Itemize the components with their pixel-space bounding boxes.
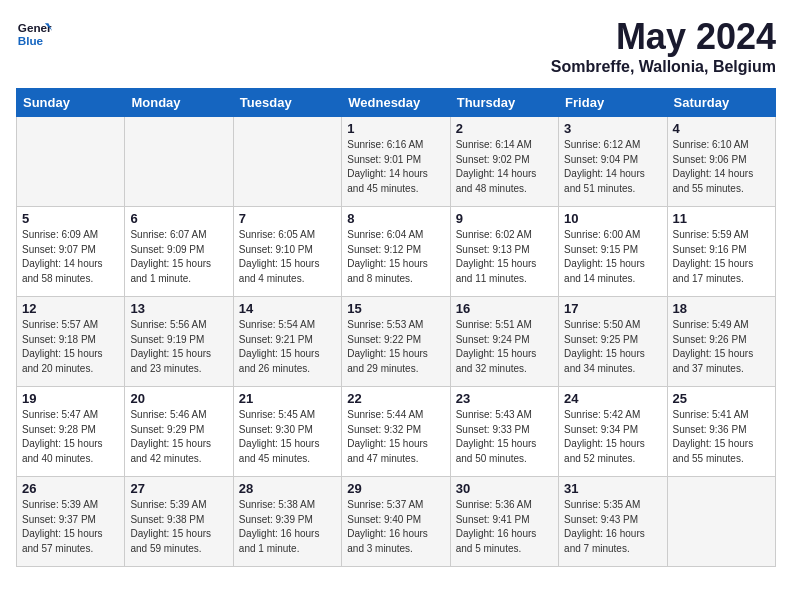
day-info: Sunrise: 5:51 AM Sunset: 9:24 PM Dayligh…	[456, 318, 553, 376]
weekday-header-tuesday: Tuesday	[233, 89, 341, 117]
day-number: 15	[347, 301, 444, 316]
calendar-cell: 18Sunrise: 5:49 AM Sunset: 9:26 PM Dayli…	[667, 297, 775, 387]
weekday-header-friday: Friday	[559, 89, 667, 117]
calendar-cell: 14Sunrise: 5:54 AM Sunset: 9:21 PM Dayli…	[233, 297, 341, 387]
day-info: Sunrise: 6:09 AM Sunset: 9:07 PM Dayligh…	[22, 228, 119, 286]
calendar-cell: 29Sunrise: 5:37 AM Sunset: 9:40 PM Dayli…	[342, 477, 450, 567]
weekday-header-row: SundayMondayTuesdayWednesdayThursdayFrid…	[17, 89, 776, 117]
day-number: 13	[130, 301, 227, 316]
day-number: 7	[239, 211, 336, 226]
day-info: Sunrise: 5:53 AM Sunset: 9:22 PM Dayligh…	[347, 318, 444, 376]
calendar-cell: 25Sunrise: 5:41 AM Sunset: 9:36 PM Dayli…	[667, 387, 775, 477]
week-row-1: 1Sunrise: 6:16 AM Sunset: 9:01 PM Daylig…	[17, 117, 776, 207]
page-header: General Blue May 2024 Sombreffe, Walloni…	[16, 16, 776, 76]
weekday-header-sunday: Sunday	[17, 89, 125, 117]
week-row-4: 19Sunrise: 5:47 AM Sunset: 9:28 PM Dayli…	[17, 387, 776, 477]
day-number: 6	[130, 211, 227, 226]
month-title: May 2024	[551, 16, 776, 58]
day-number: 2	[456, 121, 553, 136]
week-row-2: 5Sunrise: 6:09 AM Sunset: 9:07 PM Daylig…	[17, 207, 776, 297]
calendar-cell	[667, 477, 775, 567]
day-number: 21	[239, 391, 336, 406]
day-number: 23	[456, 391, 553, 406]
calendar-cell: 24Sunrise: 5:42 AM Sunset: 9:34 PM Dayli…	[559, 387, 667, 477]
day-number: 5	[22, 211, 119, 226]
logo: General Blue	[16, 16, 52, 52]
calendar-cell	[125, 117, 233, 207]
calendar-cell: 30Sunrise: 5:36 AM Sunset: 9:41 PM Dayli…	[450, 477, 558, 567]
calendar-table: SundayMondayTuesdayWednesdayThursdayFrid…	[16, 88, 776, 567]
day-info: Sunrise: 6:07 AM Sunset: 9:09 PM Dayligh…	[130, 228, 227, 286]
calendar-cell: 28Sunrise: 5:38 AM Sunset: 9:39 PM Dayli…	[233, 477, 341, 567]
day-number: 26	[22, 481, 119, 496]
logo-icon: General Blue	[16, 16, 52, 52]
calendar-cell: 6Sunrise: 6:07 AM Sunset: 9:09 PM Daylig…	[125, 207, 233, 297]
calendar-cell: 3Sunrise: 6:12 AM Sunset: 9:04 PM Daylig…	[559, 117, 667, 207]
day-info: Sunrise: 5:42 AM Sunset: 9:34 PM Dayligh…	[564, 408, 661, 466]
week-row-5: 26Sunrise: 5:39 AM Sunset: 9:37 PM Dayli…	[17, 477, 776, 567]
calendar-cell: 5Sunrise: 6:09 AM Sunset: 9:07 PM Daylig…	[17, 207, 125, 297]
day-number: 28	[239, 481, 336, 496]
day-number: 19	[22, 391, 119, 406]
day-info: Sunrise: 5:44 AM Sunset: 9:32 PM Dayligh…	[347, 408, 444, 466]
day-info: Sunrise: 6:02 AM Sunset: 9:13 PM Dayligh…	[456, 228, 553, 286]
calendar-cell: 11Sunrise: 5:59 AM Sunset: 9:16 PM Dayli…	[667, 207, 775, 297]
day-number: 29	[347, 481, 444, 496]
day-info: Sunrise: 5:35 AM Sunset: 9:43 PM Dayligh…	[564, 498, 661, 556]
calendar-cell: 8Sunrise: 6:04 AM Sunset: 9:12 PM Daylig…	[342, 207, 450, 297]
calendar-cell	[17, 117, 125, 207]
day-number: 31	[564, 481, 661, 496]
calendar-cell: 2Sunrise: 6:14 AM Sunset: 9:02 PM Daylig…	[450, 117, 558, 207]
calendar-cell: 21Sunrise: 5:45 AM Sunset: 9:30 PM Dayli…	[233, 387, 341, 477]
day-info: Sunrise: 5:46 AM Sunset: 9:29 PM Dayligh…	[130, 408, 227, 466]
calendar-cell: 16Sunrise: 5:51 AM Sunset: 9:24 PM Dayli…	[450, 297, 558, 387]
calendar-cell: 22Sunrise: 5:44 AM Sunset: 9:32 PM Dayli…	[342, 387, 450, 477]
day-info: Sunrise: 5:45 AM Sunset: 9:30 PM Dayligh…	[239, 408, 336, 466]
day-info: Sunrise: 5:38 AM Sunset: 9:39 PM Dayligh…	[239, 498, 336, 556]
calendar-cell: 23Sunrise: 5:43 AM Sunset: 9:33 PM Dayli…	[450, 387, 558, 477]
day-number: 17	[564, 301, 661, 316]
day-number: 22	[347, 391, 444, 406]
day-info: Sunrise: 5:54 AM Sunset: 9:21 PM Dayligh…	[239, 318, 336, 376]
day-info: Sunrise: 5:43 AM Sunset: 9:33 PM Dayligh…	[456, 408, 553, 466]
day-number: 12	[22, 301, 119, 316]
day-info: Sunrise: 6:10 AM Sunset: 9:06 PM Dayligh…	[673, 138, 770, 196]
day-number: 25	[673, 391, 770, 406]
day-number: 24	[564, 391, 661, 406]
calendar-cell: 31Sunrise: 5:35 AM Sunset: 9:43 PM Dayli…	[559, 477, 667, 567]
location-title: Sombreffe, Wallonia, Belgium	[551, 58, 776, 76]
calendar-cell: 4Sunrise: 6:10 AM Sunset: 9:06 PM Daylig…	[667, 117, 775, 207]
day-number: 1	[347, 121, 444, 136]
day-info: Sunrise: 5:41 AM Sunset: 9:36 PM Dayligh…	[673, 408, 770, 466]
day-info: Sunrise: 6:14 AM Sunset: 9:02 PM Dayligh…	[456, 138, 553, 196]
day-info: Sunrise: 6:16 AM Sunset: 9:01 PM Dayligh…	[347, 138, 444, 196]
day-info: Sunrise: 5:39 AM Sunset: 9:37 PM Dayligh…	[22, 498, 119, 556]
day-number: 4	[673, 121, 770, 136]
calendar-cell: 10Sunrise: 6:00 AM Sunset: 9:15 PM Dayli…	[559, 207, 667, 297]
day-number: 27	[130, 481, 227, 496]
day-info: Sunrise: 5:49 AM Sunset: 9:26 PM Dayligh…	[673, 318, 770, 376]
day-info: Sunrise: 6:05 AM Sunset: 9:10 PM Dayligh…	[239, 228, 336, 286]
svg-text:Blue: Blue	[18, 34, 44, 47]
day-info: Sunrise: 5:37 AM Sunset: 9:40 PM Dayligh…	[347, 498, 444, 556]
day-number: 11	[673, 211, 770, 226]
day-info: Sunrise: 5:56 AM Sunset: 9:19 PM Dayligh…	[130, 318, 227, 376]
day-number: 16	[456, 301, 553, 316]
day-info: Sunrise: 5:59 AM Sunset: 9:16 PM Dayligh…	[673, 228, 770, 286]
day-number: 14	[239, 301, 336, 316]
weekday-header-wednesday: Wednesday	[342, 89, 450, 117]
calendar-cell: 15Sunrise: 5:53 AM Sunset: 9:22 PM Dayli…	[342, 297, 450, 387]
day-info: Sunrise: 6:00 AM Sunset: 9:15 PM Dayligh…	[564, 228, 661, 286]
day-info: Sunrise: 5:47 AM Sunset: 9:28 PM Dayligh…	[22, 408, 119, 466]
calendar-cell: 7Sunrise: 6:05 AM Sunset: 9:10 PM Daylig…	[233, 207, 341, 297]
calendar-cell: 26Sunrise: 5:39 AM Sunset: 9:37 PM Dayli…	[17, 477, 125, 567]
day-number: 18	[673, 301, 770, 316]
calendar-cell: 1Sunrise: 6:16 AM Sunset: 9:01 PM Daylig…	[342, 117, 450, 207]
day-info: Sunrise: 5:36 AM Sunset: 9:41 PM Dayligh…	[456, 498, 553, 556]
weekday-header-saturday: Saturday	[667, 89, 775, 117]
day-number: 8	[347, 211, 444, 226]
calendar-cell: 17Sunrise: 5:50 AM Sunset: 9:25 PM Dayli…	[559, 297, 667, 387]
calendar-cell: 13Sunrise: 5:56 AM Sunset: 9:19 PM Dayli…	[125, 297, 233, 387]
calendar-cell: 9Sunrise: 6:02 AM Sunset: 9:13 PM Daylig…	[450, 207, 558, 297]
calendar-cell: 12Sunrise: 5:57 AM Sunset: 9:18 PM Dayli…	[17, 297, 125, 387]
